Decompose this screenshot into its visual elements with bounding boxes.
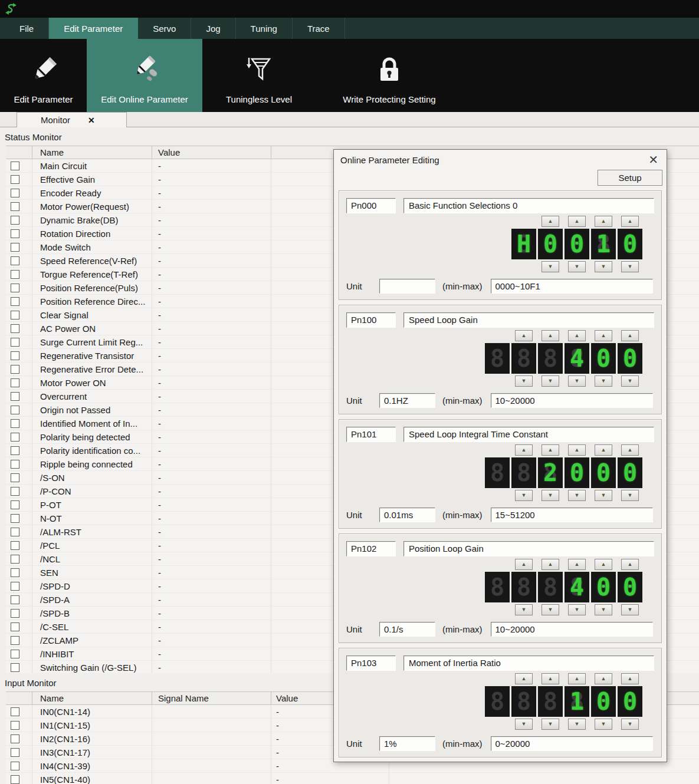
row-checkbox[interactable] [11,189,19,197]
input-row[interactable]: IN5(CN1-40) - [6,773,699,784]
tab-servo[interactable]: Servo [138,18,191,39]
row-checkbox[interactable] [11,216,19,225]
digit-decrement-button[interactable]: ▼ [595,719,612,730]
row-checkbox[interactable] [11,636,19,645]
digit-increment-button[interactable]: ▲ [568,444,586,456]
row-checkbox[interactable] [11,365,19,374]
digit-increment-button[interactable]: ▲ [515,673,533,684]
digit-increment-button[interactable]: ▲ [621,330,639,341]
row-checkbox[interactable] [11,568,19,577]
digit-increment-button[interactable]: ▲ [621,444,639,456]
digit-increment-button[interactable]: ▲ [542,444,559,456]
digit-increment-button[interactable]: ▲ [568,559,586,570]
row-checkbox[interactable] [11,595,19,604]
row-checkbox[interactable] [11,721,19,730]
digit-increment-button[interactable]: ▲ [515,559,533,570]
digit-decrement-button[interactable]: ▼ [542,604,559,615]
row-checkbox[interactable] [11,650,19,658]
row-checkbox[interactable] [11,243,19,252]
row-checkbox[interactable] [11,419,19,428]
row-checkbox[interactable] [11,175,19,184]
digit-increment-button[interactable]: ▲ [515,330,533,341]
row-checkbox[interactable] [11,609,19,618]
digit-decrement-button[interactable]: ▼ [568,604,586,615]
row-checkbox[interactable] [11,460,19,469]
row-checkbox[interactable] [11,338,19,347]
digit-increment-button[interactable]: ▲ [595,673,612,684]
digit-increment-button[interactable]: ▲ [568,673,586,684]
row-checkbox[interactable] [11,406,19,414]
row-checkbox[interactable] [11,541,19,550]
digit-increment-button[interactable]: ▲ [621,216,639,227]
digit-decrement-button[interactable]: ▼ [595,375,612,387]
write-protecting-setting-button[interactable]: Write Protecting Setting [323,39,456,112]
digit-decrement-button[interactable]: ▼ [542,490,559,501]
digit-increment-button[interactable]: ▲ [568,216,586,227]
digit-decrement-button[interactable]: ▼ [542,261,559,272]
row-checkbox[interactable] [11,311,19,319]
digit-increment-button[interactable]: ▲ [542,559,559,570]
row-checkbox[interactable] [11,514,19,523]
digit-decrement-button[interactable]: ▼ [595,261,612,272]
digit-decrement-button[interactable]: ▼ [515,604,533,615]
row-checkbox[interactable] [11,351,19,360]
row-checkbox[interactable] [11,270,19,279]
row-checkbox[interactable] [11,256,19,265]
digit-decrement-button[interactable]: ▼ [621,719,639,730]
digit-increment-button[interactable]: ▲ [542,216,559,227]
digit-decrement-button[interactable]: ▼ [542,375,559,387]
tab-edit-parameter[interactable]: Edit Parameter [49,18,138,39]
digit-increment-button[interactable]: ▲ [595,559,612,570]
row-checkbox[interactable] [11,324,19,333]
row-checkbox[interactable] [11,582,19,591]
tuningless-level-button[interactable]: Tuningless Level [212,39,306,112]
row-checkbox[interactable] [11,555,19,564]
tab-file[interactable]: File [5,18,49,39]
row-checkbox[interactable] [11,775,19,784]
digit-increment-button[interactable]: ▲ [621,673,639,684]
row-checkbox[interactable] [11,500,19,509]
digit-decrement-button[interactable]: ▼ [621,375,639,387]
row-checkbox[interactable] [11,734,19,743]
digit-increment-button[interactable]: ▲ [568,330,586,341]
row-checkbox[interactable] [11,748,19,757]
row-checkbox[interactable] [11,284,19,292]
row-checkbox[interactable] [11,487,19,496]
row-checkbox[interactable] [11,162,19,170]
digit-decrement-button[interactable]: ▼ [515,375,533,387]
digit-decrement-button[interactable]: ▼ [621,261,639,272]
row-checkbox[interactable] [11,528,19,536]
digit-decrement-button[interactable]: ▼ [568,490,586,501]
digit-decrement-button[interactable]: ▼ [621,604,639,615]
digit-decrement-button[interactable]: ▼ [595,490,612,501]
tab-tuning[interactable]: Tuning [236,18,293,39]
close-icon[interactable]: ✕ [88,116,95,125]
tab-jog[interactable]: Jog [191,18,235,39]
digit-decrement-button[interactable]: ▼ [621,490,639,501]
digit-increment-button[interactable]: ▲ [515,444,533,456]
row-checkbox[interactable] [11,473,19,482]
row-checkbox[interactable] [11,622,19,631]
digit-increment-button[interactable]: ▲ [595,444,612,456]
row-checkbox[interactable] [11,446,19,455]
digit-decrement-button[interactable]: ▼ [568,719,586,730]
dialog-close-icon[interactable]: ✕ [648,154,658,166]
digit-decrement-button[interactable]: ▼ [568,375,586,387]
digit-decrement-button[interactable]: ▼ [595,604,612,615]
digit-increment-button[interactable]: ▲ [595,216,612,227]
tab-trace[interactable]: Trace [293,18,345,39]
row-checkbox[interactable] [11,297,19,306]
digit-decrement-button[interactable]: ▼ [542,719,559,730]
row-checkbox[interactable] [11,433,19,442]
digit-increment-button[interactable]: ▲ [542,330,559,341]
row-checkbox[interactable] [11,663,19,672]
row-checkbox[interactable] [11,229,19,238]
tab-monitor[interactable]: Monitor ✕ [17,112,127,127]
digit-decrement-button[interactable]: ▼ [568,261,586,272]
edit-online-parameter-button[interactable]: Edit Online Parameter [87,39,202,112]
row-checkbox[interactable] [11,202,19,211]
setup-button[interactable]: Setup [598,170,662,186]
digit-decrement-button[interactable]: ▼ [515,719,533,730]
digit-decrement-button[interactable]: ▼ [515,490,533,501]
row-checkbox[interactable] [11,762,19,770]
